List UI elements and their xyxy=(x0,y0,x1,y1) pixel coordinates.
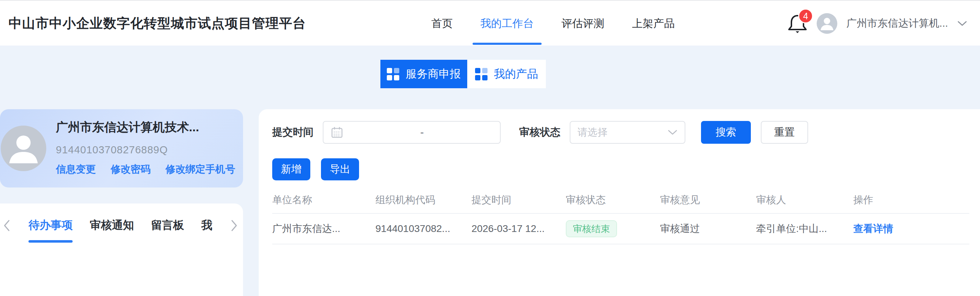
nav-item-evaluation[interactable]: 评估评测 xyxy=(554,1,612,46)
cell-review-opinion: 审核通过 xyxy=(660,222,756,236)
app-header: 中山市中小企业数字化转型城市试点项目管理平台 首页 我的工作台 评估评测 上架产… xyxy=(0,0,980,46)
side-tab-my[interactable]: 我 xyxy=(201,218,212,233)
grid-icon xyxy=(387,68,399,80)
status-badge: 审核结束 xyxy=(566,220,617,237)
chevron-left-icon[interactable] xyxy=(2,219,11,232)
user-avatar[interactable] xyxy=(817,13,837,34)
cell-org-code: 914401037082... xyxy=(375,223,471,234)
export-button[interactable]: 导出 xyxy=(321,158,359,180)
company-name: 广州市东信达计算机技术... xyxy=(56,119,199,135)
view-switch-tabs: 服务商申报 我的产品 xyxy=(380,60,546,88)
info-change-link[interactable]: 信息变更 xyxy=(56,162,96,176)
table-header-row: 单位名称 组织机构代码 提交时间 审核状态 审核意见 审核人 操作 xyxy=(272,187,969,214)
tab-my-products[interactable]: 我的产品 xyxy=(467,60,546,88)
tab-label: 我的产品 xyxy=(494,67,538,81)
select-placeholder: 请选择 xyxy=(578,126,668,139)
table-actions: 新增 导出 xyxy=(272,158,969,180)
page-title: 中山市中小企业数字化转型城市试点项目管理平台 xyxy=(8,1,306,46)
side-tab-review-notice[interactable]: 审核通知 xyxy=(90,218,134,233)
main-nav: 首页 我的工作台 评估评测 上架产品 xyxy=(423,1,695,46)
date-range-input[interactable]: - xyxy=(323,121,501,144)
chevron-down-icon xyxy=(668,129,678,135)
change-password-link[interactable]: 修改密码 xyxy=(111,162,151,176)
add-button[interactable]: 新增 xyxy=(272,158,310,180)
tab-provider-declare[interactable]: 服务商申报 xyxy=(380,60,467,88)
col-review-opinion: 审核意见 xyxy=(660,193,756,207)
side-tabs-panel: 待办事项 审核通知 留言板 我 xyxy=(0,204,243,296)
col-operation: 操作 xyxy=(853,193,969,207)
chevron-down-icon[interactable] xyxy=(957,20,967,27)
grid-icon xyxy=(475,68,487,80)
nav-item-products[interactable]: 上架产品 xyxy=(624,1,682,46)
user-name[interactable]: 广州市东信达计算机... xyxy=(846,16,948,30)
reset-button[interactable]: 重置 xyxy=(761,121,808,144)
nav-item-workbench[interactable]: 我的工作台 xyxy=(473,1,542,46)
nav-item-home[interactable]: 首页 xyxy=(423,1,460,46)
side-tabs: 待办事项 审核通知 留言板 我 xyxy=(2,218,239,233)
change-phone-link[interactable]: 修改绑定手机号 xyxy=(165,162,235,176)
side-tab-message-board[interactable]: 留言板 xyxy=(151,218,185,233)
profile-card: 广州市东信达计算机技术... 91440103708276889Q 信息变更 修… xyxy=(0,109,243,188)
col-reviewer: 审核人 xyxy=(756,193,853,207)
col-review-status: 审核状态 xyxy=(566,193,660,207)
filter-row: 提交时间 - 审核状态 请选择 搜索 xyxy=(272,121,969,144)
col-org-code: 组织机构代码 xyxy=(375,193,471,207)
calendar-icon xyxy=(330,125,344,140)
chevron-right-icon[interactable] xyxy=(229,219,239,232)
cell-review-status: 审核结束 xyxy=(566,220,660,237)
header-right: 4 广州市东信达计算机... xyxy=(788,1,967,46)
col-unit-name: 单位名称 xyxy=(272,193,375,207)
date-filter-label: 提交时间 xyxy=(272,125,313,140)
table-row: 广州市东信达... 914401037082... 2026-03-17 12.… xyxy=(272,214,969,244)
status-filter-label: 审核状态 xyxy=(519,125,560,140)
side-tab-todo[interactable]: 待办事项 xyxy=(29,218,73,233)
notification-count-badge: 4 xyxy=(798,8,813,24)
col-submit-time: 提交时间 xyxy=(471,193,566,207)
status-select[interactable]: 请选择 xyxy=(570,121,686,144)
cell-unit-name: 广州市东信达... xyxy=(272,222,375,236)
org-credit-code: 91440103708276889Q xyxy=(56,144,168,156)
date-separator: - xyxy=(344,126,500,138)
view-detail-link[interactable]: 查看详情 xyxy=(853,223,893,234)
profile-links: 信息变更 修改密码 修改绑定手机号 xyxy=(56,162,235,176)
declare-table: 单位名称 组织机构代码 提交时间 审核状态 审核意见 审核人 操作 广州市东信达… xyxy=(272,187,969,244)
search-button[interactable]: 搜索 xyxy=(701,121,751,144)
tab-label: 服务商申报 xyxy=(406,67,461,81)
cell-reviewer: 牵引单位:中山... xyxy=(756,222,853,236)
cell-submit-time: 2026-03-17 12... xyxy=(471,223,566,234)
main-panel: 提交时间 - 审核状态 请选择 搜索 xyxy=(259,109,980,296)
company-avatar xyxy=(1,126,46,171)
notification-bell-button[interactable]: 4 xyxy=(788,13,807,34)
